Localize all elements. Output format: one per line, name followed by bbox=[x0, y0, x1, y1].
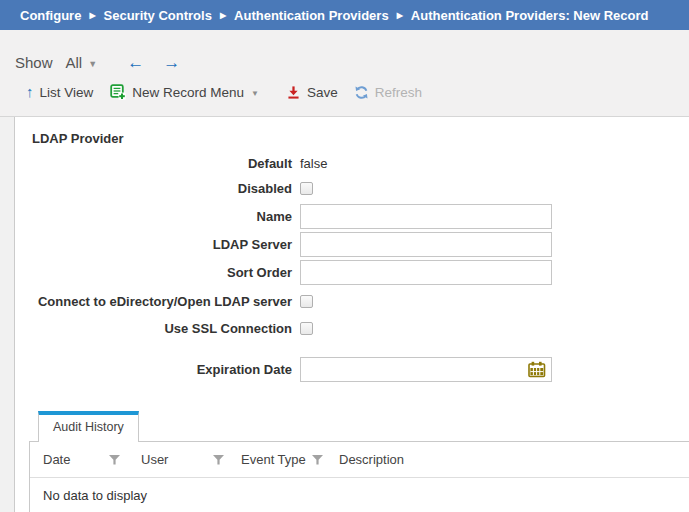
default-field-label: Default bbox=[15, 156, 300, 171]
breadcrumb-separator-icon: ▶ bbox=[220, 11, 226, 20]
list-view-button[interactable]: ↑ List View bbox=[26, 85, 93, 100]
connect-edirectory-checkbox[interactable] bbox=[300, 295, 313, 308]
name-field-row: Name bbox=[15, 204, 689, 229]
table-header: Date User Event Type bbox=[30, 442, 689, 478]
filter-funnel-icon[interactable] bbox=[109, 455, 120, 465]
column-label: Event Type bbox=[241, 452, 306, 467]
sort-order-field-row: Sort Order bbox=[15, 260, 689, 285]
toolbar-buttons: ↑ List View New Record Menu ▼ bbox=[26, 84, 689, 100]
calendar-icon[interactable] bbox=[528, 361, 546, 381]
form-section-title: LDAP Provider bbox=[15, 129, 689, 149]
save-label: Save bbox=[307, 85, 338, 100]
use-ssl-checkbox[interactable] bbox=[300, 322, 313, 335]
column-header-date[interactable]: Date bbox=[43, 452, 141, 467]
list-view-label: List View bbox=[40, 85, 94, 100]
default-field-row: Default false bbox=[15, 153, 689, 173]
use-ssl-field-row: Use SSL Connection bbox=[15, 318, 689, 338]
next-record-button[interactable]: → bbox=[163, 56, 180, 70]
use-ssl-field-label: Use SSL Connection bbox=[15, 321, 300, 336]
default-field-value: false bbox=[300, 156, 327, 171]
app-window: Configure ▶ Security Controls ▶ Authenti… bbox=[0, 0, 689, 512]
refresh-button[interactable]: Refresh bbox=[354, 85, 422, 100]
save-button[interactable]: Save bbox=[286, 85, 338, 100]
new-record-menu-label: New Record Menu bbox=[132, 85, 244, 100]
save-icon bbox=[286, 85, 301, 100]
name-input[interactable] bbox=[300, 204, 552, 229]
column-label: Description bbox=[339, 452, 404, 467]
show-filter-dropdown[interactable]: All ▼ bbox=[66, 55, 98, 71]
refresh-label: Refresh bbox=[375, 85, 422, 100]
expiration-date-input[interactable] bbox=[300, 357, 552, 382]
column-header-event-type[interactable]: Event Type bbox=[241, 452, 339, 467]
ldap-provider-form: LDAP Provider Default false Disabled Nam… bbox=[14, 117, 689, 512]
breadcrumb-item-authentication-providers[interactable]: Authentication Providers bbox=[234, 8, 389, 23]
table-empty-message: No data to display bbox=[30, 478, 689, 512]
breadcrumb-item-configure[interactable]: Configure bbox=[20, 8, 81, 23]
breadcrumb-separator-icon: ▶ bbox=[397, 11, 403, 20]
up-arrow-icon: ↑ bbox=[26, 85, 34, 99]
breadcrumb-item-security-controls[interactable]: Security Controls bbox=[104, 8, 212, 23]
chevron-down-icon: ▼ bbox=[251, 89, 259, 98]
column-label: Date bbox=[43, 452, 70, 467]
show-filter-value: All bbox=[66, 55, 83, 71]
sort-order-field-label: Sort Order bbox=[15, 265, 300, 280]
filter-funnel-icon[interactable] bbox=[312, 455, 323, 465]
toolbar: Show All ▼ ← → ↑ List View bbox=[0, 30, 689, 117]
tab-bar: Audit History bbox=[38, 411, 689, 442]
connect-edirectory-field-label: Connect to eDirectory/Open LDAP server bbox=[15, 294, 300, 309]
show-label: Show bbox=[15, 55, 53, 71]
new-record-icon bbox=[110, 84, 126, 100]
filter-funnel-icon[interactable] bbox=[213, 455, 224, 465]
refresh-icon bbox=[354, 85, 369, 100]
chevron-down-icon: ▼ bbox=[88, 56, 97, 72]
ldap-server-field-label: LDAP Server bbox=[15, 237, 300, 252]
disabled-field-row: Disabled bbox=[15, 177, 689, 199]
expiration-date-field-row: Expiration Date bbox=[15, 357, 689, 382]
name-field-label: Name bbox=[15, 209, 300, 224]
column-header-user[interactable]: User bbox=[141, 452, 241, 467]
ldap-server-input[interactable] bbox=[300, 232, 552, 257]
previous-record-button[interactable]: ← bbox=[127, 56, 144, 70]
ldap-server-field-row: LDAP Server bbox=[15, 232, 689, 257]
show-row: Show All ▼ ← → bbox=[0, 30, 689, 71]
column-label: User bbox=[141, 452, 168, 467]
breadcrumb-item-new-record[interactable]: Authentication Providers: New Record bbox=[411, 8, 649, 23]
breadcrumb-separator-icon: ▶ bbox=[89, 11, 95, 20]
tab-audit-history[interactable]: Audit History bbox=[38, 411, 139, 442]
audit-history-table: Date User Event Type bbox=[29, 441, 689, 512]
disabled-checkbox[interactable] bbox=[300, 182, 313, 195]
connect-edirectory-field-row: Connect to eDirectory/Open LDAP server bbox=[15, 291, 689, 311]
record-navigation: ← → bbox=[127, 56, 180, 70]
expiration-date-field-label: Expiration Date bbox=[15, 362, 300, 377]
sort-order-input[interactable] bbox=[300, 260, 552, 285]
breadcrumb: Configure ▶ Security Controls ▶ Authenti… bbox=[0, 0, 689, 30]
column-header-description[interactable]: Description bbox=[339, 452, 689, 467]
new-record-menu-button[interactable]: New Record Menu ▼ bbox=[110, 84, 259, 100]
disabled-field-label: Disabled bbox=[15, 181, 300, 196]
main-area: LDAP Provider Default false Disabled Nam… bbox=[0, 117, 689, 512]
